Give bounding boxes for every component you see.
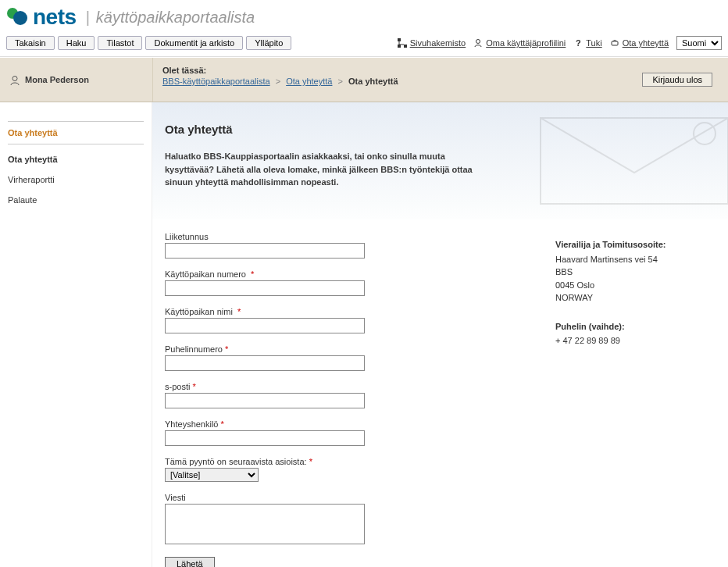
svg-point-8: [12, 77, 17, 81]
toolbar-stats-button[interactable]: Tilastot: [98, 36, 142, 50]
label-yhteyshenkilo: Yhteyshenkilö *: [165, 419, 524, 429]
svg-rect-7: [612, 41, 618, 45]
language-select[interactable]: Suomi: [676, 36, 722, 50]
envelope-decorative-icon: [525, 102, 728, 219]
field-sposti: s-posti *: [165, 382, 524, 408]
user-display-name: Mona Pederson: [25, 75, 89, 84]
sidebar-section-title: Ota yhteyttä: [8, 121, 144, 144]
toolbar-row: Takaisin Haku Tilastot Dokumentit ja ark…: [0, 31, 728, 57]
input-sposti[interactable]: [165, 393, 365, 408]
label-puhelinnumero-text: Puhelinnumero: [165, 344, 223, 354]
brand-name: nets: [33, 5, 77, 30]
user-info: Mona Pederson: [0, 58, 152, 102]
address-line4: NORWAY: [555, 291, 716, 305]
address-line1: Haavard Martinsens vei 54: [555, 253, 716, 266]
logout-button[interactable]: Kirjaudu ulos: [642, 73, 712, 87]
toolbar-search-button[interactable]: Haku: [58, 36, 95, 50]
required-mark: *: [192, 382, 195, 391]
field-yhteyshenkilo: Yhteyshenkilö *: [165, 419, 524, 446]
breadcrumb: BBS-käyttöpaikkaportaalista > Ota yhteyt…: [162, 77, 617, 86]
label-kayttopaikan-numero: Käyttöpaikan numero *: [165, 269, 524, 279]
profile-link[interactable]: Oma käyttäjäprofiilini: [473, 38, 566, 48]
required-mark: *: [309, 457, 312, 466]
label-asia-text: Tämä pyyntö on seuraavista asioista:: [165, 457, 307, 466]
main-toolbar: Takaisin Haku Tilastot Dokumentit ja ark…: [6, 36, 291, 50]
content-body: Liiketunnus Käyttöpaikan numero * Käyttö…: [152, 219, 728, 567]
input-kayttopaikan-nimi[interactable]: [165, 318, 365, 333]
help-label: Tuki: [586, 38, 601, 48]
phone-block: Puhelin (vaihde): + 47 22 89 89 89: [555, 320, 716, 348]
sidebar-item-errorreport[interactable]: Virheraportti: [8, 169, 144, 190]
svg-rect-2: [398, 38, 401, 41]
label-sposti: s-posti *: [165, 382, 524, 391]
label-kayttopaikan-nimi: Käyttöpaikan nimi *: [165, 307, 524, 316]
field-asia: Tämä pyyntö on seuraavista asioista: * […: [165, 457, 524, 482]
phone-value: + 47 22 89 89 89: [555, 334, 716, 348]
header: nets | käyttöpaikkaportaalista: [0, 0, 728, 31]
required-mark: *: [225, 344, 228, 354]
input-liiketunnus[interactable]: [165, 243, 365, 259]
sitemap-link[interactable]: Sivuhakemisto: [398, 38, 466, 48]
info-column: Vierailija ja Toimitusosoite: Haavard Ma…: [555, 232, 716, 567]
label-kayttopaikan-numero-text: Käyttöpaikan numero: [165, 269, 246, 279]
phone-icon: [610, 38, 619, 48]
field-puhelinnumero: Puhelinnumero *: [165, 344, 524, 371]
sidebar: Ota yhteyttä Ota yhteyttä Virheraportti …: [0, 102, 152, 567]
user-bar: Mona Pederson Olet tässä: BBS-käyttöpaik…: [0, 57, 728, 102]
content-banner: Ota yhteyttä Haluatko BBS-Kauppiasportaa…: [152, 102, 728, 219]
logo: nets | käyttöpaikkaportaalista: [6, 5, 722, 30]
phone-title: Puhelin (vaihde):: [555, 320, 716, 333]
logout-area: Kirjaudu ulos: [626, 58, 728, 102]
field-kayttopaikan-nimi: Käyttöpaikan nimi *: [165, 307, 524, 333]
address-block: Vierailija ja Toimitusosoite: Haavard Ma…: [555, 238, 716, 305]
breadcrumb-sep: >: [338, 77, 343, 86]
label-viesti: Viesti: [165, 493, 524, 502]
brand-separator: |: [86, 9, 90, 27]
page-intro: Haluatko BBS-Kauppiasportaalin asiakkaak…: [165, 150, 493, 189]
contact-label: Ota yhteyttä: [623, 38, 669, 48]
breadcrumb-item-0[interactable]: BBS-käyttöpaikkaportaalista: [162, 77, 270, 86]
contact-link[interactable]: Ota yhteyttä: [610, 38, 669, 48]
input-yhteyshenkilo[interactable]: [165, 430, 365, 446]
submit-button[interactable]: Lähetä: [165, 557, 215, 567]
question-icon: ?: [573, 38, 583, 48]
main: Ota yhteyttä Ota yhteyttä Virheraportti …: [0, 102, 728, 567]
required-mark: *: [221, 419, 224, 429]
input-puhelinnumero[interactable]: [165, 355, 365, 371]
sidebar-item-feedback[interactable]: Palaute: [8, 190, 144, 210]
sitemap-icon: [398, 38, 407, 48]
utility-links: Sivuhakemisto Oma käyttäjäprofiilini ? T…: [398, 36, 722, 50]
label-puhelinnumero: Puhelinnumero *: [165, 344, 524, 354]
field-viesti: Viesti: [165, 493, 524, 546]
help-link[interactable]: ? Tuki: [573, 38, 601, 48]
svg-rect-3: [398, 45, 401, 48]
label-liiketunnus-text: Liiketunnus: [165, 232, 209, 241]
toolbar-back-button[interactable]: Takaisin: [6, 36, 55, 50]
toolbar-maint-button[interactable]: Ylläpito: [246, 36, 291, 50]
breadcrumb-item-1[interactable]: Ota yhteyttä: [286, 77, 332, 86]
breadcrumb-sep: >: [276, 77, 280, 86]
toolbar-docs-button[interactable]: Dokumentit ja arkisto: [145, 36, 243, 50]
address-line3: 0045 Oslo: [555, 279, 716, 292]
brand-logo-icon: [6, 6, 28, 28]
label-liiketunnus: Liiketunnus: [165, 232, 524, 241]
contact-form: Liiketunnus Käyttöpaikan numero * Käyttö…: [165, 232, 524, 567]
field-kayttopaikan-numero: Käyttöpaikan numero *: [165, 269, 524, 296]
field-liiketunnus: Liiketunnus: [165, 232, 524, 259]
brand-subtitle: käyttöpaikkaportaalista: [96, 9, 255, 27]
address-line2: BBS: [555, 266, 716, 279]
breadcrumb-label: Olet tässä:: [162, 66, 617, 75]
breadcrumb-item-current: Ota yhteyttä: [348, 77, 398, 86]
required-mark: *: [251, 269, 254, 279]
address-title: Vierailija ja Toimitusosoite:: [555, 238, 716, 251]
input-kayttopaikan-numero[interactable]: [165, 280, 365, 296]
content: Ota yhteyttä Haluatko BBS-Kauppiasportaa…: [152, 102, 728, 567]
user-avatar-icon: [9, 75, 19, 84]
textarea-viesti[interactable]: [165, 504, 365, 544]
sidebar-item-contact[interactable]: Ota yhteyttä: [8, 149, 144, 169]
profile-label: Oma käyttäjäprofiilini: [486, 38, 566, 48]
svg-point-5: [476, 40, 480, 44]
select-asia[interactable]: [Valitse]: [165, 468, 259, 482]
label-sposti-text: s-posti: [165, 382, 190, 391]
sitemap-label: Sivuhakemisto: [410, 38, 466, 48]
